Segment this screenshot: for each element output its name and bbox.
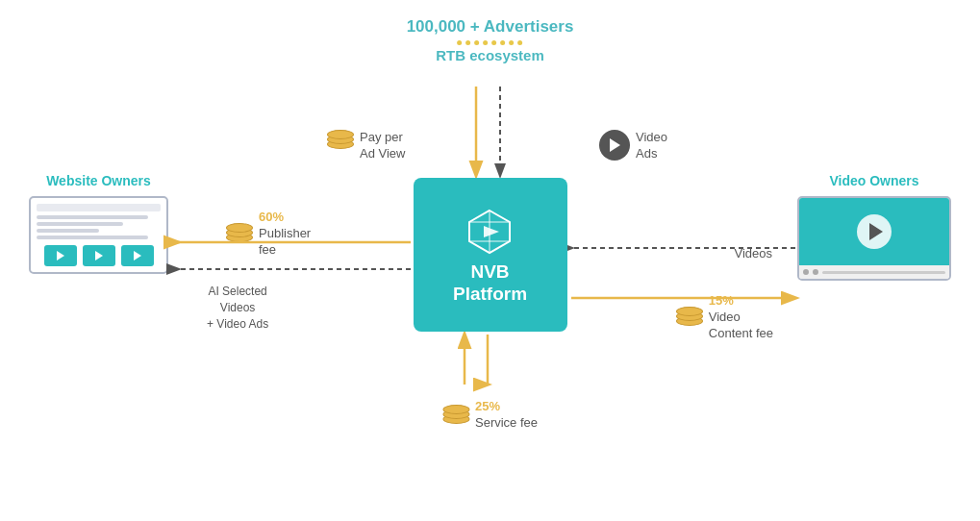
cube-icon bbox=[464, 205, 516, 261]
browser-mockup bbox=[29, 196, 168, 274]
platform-name: NVBPlatform bbox=[453, 261, 527, 306]
mini-player bbox=[121, 245, 154, 266]
publisher-fee-text: 60%Publisherfee bbox=[259, 210, 311, 259]
play-circle bbox=[857, 214, 892, 249]
rtb-label: RTB ecosystem bbox=[407, 47, 574, 63]
browser-line bbox=[37, 229, 99, 233]
service-fee-label: 25%Service fee bbox=[442, 399, 538, 432]
play-icon bbox=[95, 251, 103, 260]
video-screen bbox=[799, 198, 949, 265]
video-ads-label: VideoAds bbox=[599, 130, 667, 162]
publisher-fee-label: 60%Publisherfee bbox=[226, 210, 311, 259]
control-dot bbox=[813, 269, 818, 275]
video-owners-section: Video Owners bbox=[797, 173, 951, 281]
play-icon bbox=[57, 251, 64, 260]
video-ads-text: VideoAds bbox=[636, 130, 667, 162]
video-owners-label: Video Owners bbox=[797, 173, 951, 188]
pay-per-adview-label: Pay perAd View bbox=[327, 130, 405, 162]
mini-player bbox=[83, 245, 115, 266]
decorative-dots bbox=[407, 40, 574, 45]
progress-bar bbox=[822, 271, 945, 274]
video-controls bbox=[799, 265, 949, 279]
advertisers-section: 100,000 + Advertisers RTB ecosystem bbox=[407, 17, 574, 63]
browser-videos bbox=[37, 245, 161, 266]
browser-bar bbox=[37, 204, 161, 211]
videos-label: Videos bbox=[734, 246, 772, 260]
play-icon bbox=[869, 223, 883, 240]
service-fee-text: 25%Service fee bbox=[475, 399, 538, 432]
diagram: 100,000 + Advertisers RTB ecosystem Webs… bbox=[0, 0, 980, 521]
coin-icon bbox=[226, 223, 253, 244]
svg-marker-4 bbox=[484, 226, 499, 237]
advertisers-count: 100,000 + Advertisers bbox=[407, 17, 574, 37]
video-content-fee-text: 15%VideoContent fee bbox=[709, 293, 773, 342]
browser-line bbox=[37, 215, 148, 219]
website-owners-section: Website Owners bbox=[29, 173, 168, 274]
ai-selected-label: AI SelectedVideos+ Video Ads bbox=[207, 284, 268, 332]
browser-lines bbox=[37, 215, 161, 239]
nvb-platform-box: NVBPlatform bbox=[414, 178, 567, 332]
video-content-fee-label: 15%VideoContent fee bbox=[676, 293, 773, 342]
play-icon bbox=[134, 251, 141, 260]
video-mockup bbox=[797, 196, 951, 281]
play-triangle bbox=[610, 138, 620, 152]
browser-line bbox=[37, 236, 148, 239]
coin-icon bbox=[442, 405, 469, 426]
mini-player bbox=[44, 245, 77, 266]
coin-icon bbox=[676, 307, 703, 328]
coin-icon bbox=[327, 130, 354, 151]
website-owners-label: Website Owners bbox=[29, 173, 168, 188]
pay-per-adview-text: Pay perAd View bbox=[360, 130, 405, 162]
browser-line bbox=[37, 222, 123, 226]
control-dot bbox=[803, 269, 809, 275]
video-play-icon bbox=[599, 130, 630, 161]
